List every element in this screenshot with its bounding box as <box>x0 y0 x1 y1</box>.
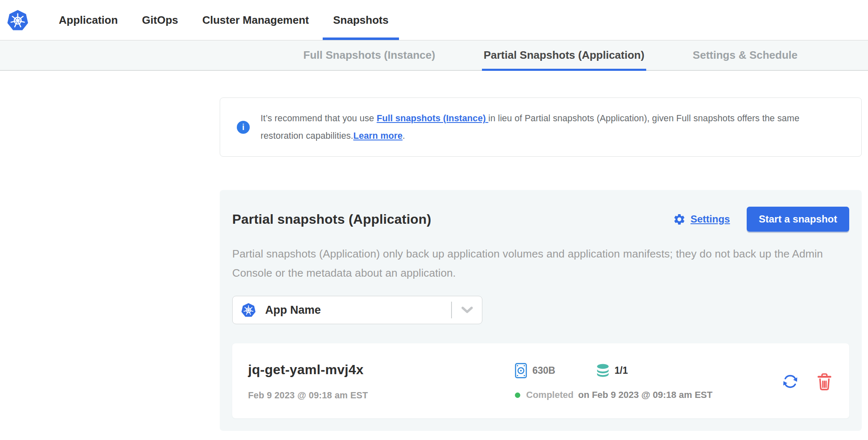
settings-link-label: Settings <box>690 213 730 225</box>
banner-text-part: . <box>403 131 405 141</box>
chevron-down-icon <box>452 307 482 313</box>
info-banner: i It’s recommend that you use Full snaps… <box>220 98 862 157</box>
tab-partial-snapshots-application[interactable]: Partial Snapshots (Application) <box>482 40 646 70</box>
snapshot-size: 630B <box>532 365 555 376</box>
tab-label: Settings & Schedule <box>693 49 798 62</box>
panel-actions: Settings Start a snapshot <box>673 207 849 232</box>
start-snapshot-button[interactable]: Start a snapshot <box>747 207 849 232</box>
database-volumes-icon <box>597 364 609 378</box>
app-selector-value: App Name <box>265 304 321 317</box>
main-content: i It’s recommend that you use Full snaps… <box>220 98 862 431</box>
panel-description: Partial snapshots (Application) only bac… <box>232 244 849 282</box>
snapshot-volumes-group: 1/1 <box>597 364 628 378</box>
primary-nav: Application GitOps Cluster Management Sn… <box>48 0 402 40</box>
snapshot-name: jq-get-yaml-mvj4x <box>248 362 515 378</box>
panel-title: Partial snapshots (Application) <box>232 212 431 227</box>
disk-size-icon <box>515 363 527 378</box>
snapshot-status-detail: on Feb 9 2023 @ 09:18 am EST <box>578 390 712 400</box>
top-navigation: Application GitOps Cluster Management Sn… <box>0 0 868 40</box>
nav-item-cluster-management[interactable]: Cluster Management <box>192 0 319 40</box>
kubernetes-logo-icon <box>7 9 29 31</box>
snapshot-actions <box>781 372 833 391</box>
settings-link[interactable]: Settings <box>673 213 730 226</box>
tab-settings-schedule[interactable]: Settings & Schedule <box>691 40 799 70</box>
learn-more-link[interactable]: Learn more <box>353 131 402 141</box>
partial-snapshots-panel: Partial snapshots (Application) Settings… <box>220 190 862 431</box>
panel-header: Partial snapshots (Application) Settings… <box>232 207 849 232</box>
tab-label: Partial Snapshots (Application) <box>484 49 645 62</box>
nav-item-label: Cluster Management <box>202 14 309 27</box>
nav-item-gitops[interactable]: GitOps <box>132 0 189 40</box>
snapshot-volumes: 1/1 <box>615 365 628 376</box>
nav-item-application[interactable]: Application <box>48 0 128 40</box>
snapshot-date: Feb 9 2023 @ 09:18 am EST <box>248 390 515 401</box>
tab-label: Full Snapshots (Instance) <box>304 49 435 62</box>
full-snapshots-instance-link[interactable]: Full snapshots (Instance) <box>376 113 488 123</box>
snapshot-main-info: jq-get-yaml-mvj4x Feb 9 2023 @ 09:18 am … <box>248 362 515 401</box>
gear-icon <box>673 213 686 226</box>
nav-item-snapshots[interactable]: Snapshots <box>323 0 399 40</box>
restore-snapshot-button[interactable] <box>781 372 800 391</box>
info-icon: i <box>237 121 250 134</box>
trash-icon <box>816 372 833 391</box>
delete-snapshot-button[interactable] <box>816 372 833 391</box>
snapshot-row: jq-get-yaml-mvj4x Feb 9 2023 @ 09:18 am … <box>232 343 849 418</box>
banner-text-part: It’s recommend that you use <box>261 113 376 123</box>
snapshot-status-row: Completed on Feb 9 2023 @ 09:18 am EST <box>515 390 781 400</box>
snapshots-subnav: Full Snapshots (Instance) Partial Snapsh… <box>0 40 868 71</box>
nav-item-label: Snapshots <box>333 14 389 27</box>
banner-text: It’s recommend that you use Full snapsho… <box>261 110 844 145</box>
restore-sync-icon <box>781 372 800 391</box>
tab-full-snapshots-instance[interactable]: Full Snapshots (Instance) <box>302 40 437 70</box>
nav-item-label: Application <box>59 14 118 27</box>
snapshot-meta: 630B 1/1 <box>515 363 781 400</box>
snapshot-size-group: 630B <box>515 363 597 378</box>
snapshot-status: Completed <box>526 390 574 400</box>
app-name-selector[interactable]: App Name <box>232 296 482 324</box>
status-dot-icon <box>515 392 520 398</box>
nav-item-label: GitOps <box>142 14 178 27</box>
app-kubernetes-icon <box>241 302 256 318</box>
